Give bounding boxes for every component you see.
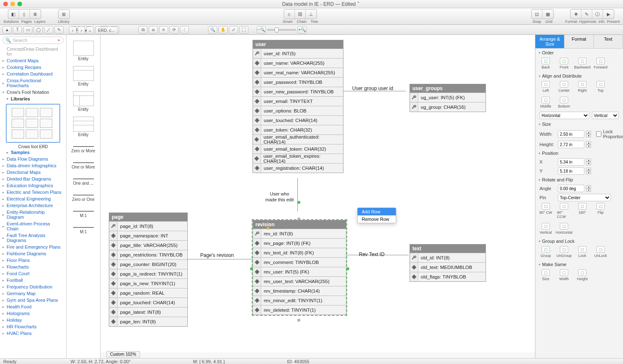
zoom-tool[interactable]: 🔍 (208, 26, 217, 34)
table-row[interactable]: rev_text_id: INT(8) (FK) (253, 248, 346, 257)
table-text[interactable]: text old_id: INT(8)old_text: MEDIUMBLOBo… (410, 244, 486, 282)
pan-tool[interactable]: ✋ (218, 26, 228, 34)
tree-item[interactable]: Divided Bar Diagrams (2, 176, 64, 182)
table-row[interactable]: page_is_redirect: TINYINT(1) (109, 269, 187, 278)
pin-select[interactable]: Top-Center (558, 194, 611, 201)
height-stepper[interactable]: ▴▾ (586, 141, 591, 148)
align-button[interactable]: ▢Middle (539, 97, 553, 108)
section-size[interactable]: Size (535, 120, 623, 128)
table-row[interactable]: rev_minor_edit: TINYINT(1) (253, 296, 346, 305)
tree-item[interactable]: Data-driven Infographics (2, 162, 64, 169)
tab-format[interactable]: Format (564, 35, 594, 48)
shape-relation[interactable] (73, 146, 94, 147)
rotate-button[interactable]: ▢90° CCW (557, 203, 571, 219)
nav-fwd-icon[interactable]: › (78, 27, 85, 34)
tree-button[interactable]: ⊥ (306, 10, 316, 19)
format-panel-button[interactable]: ❖ (571, 10, 581, 19)
table-row[interactable]: rev_deleted: TINYINT(1) (253, 305, 346, 315)
angle-input[interactable] (558, 185, 584, 192)
group-button[interactable]: ▢Lock (575, 246, 589, 258)
table-row[interactable]: page_latest: INT(8) (109, 307, 187, 317)
table-row[interactable]: user_options: BLOB (253, 106, 343, 115)
width-stepper[interactable]: ▴▾ (586, 131, 591, 137)
makesame-button[interactable]: ▢Height (575, 269, 589, 281)
tree-item[interactable]: Cooking Recipes (2, 64, 64, 71)
library-thumbs[interactable] (7, 106, 59, 140)
order-button[interactable]: ▢Backward (575, 58, 589, 69)
table-row[interactable]: ug_user: INT(5) (FK) (410, 93, 486, 102)
rotate-button[interactable]: ▢90° CW (539, 203, 553, 219)
pen-tool[interactable]: ✎ (54, 26, 64, 34)
section-position[interactable]: Position (535, 149, 623, 157)
table-revision[interactable]: revision rev_id: INT(8)rev_page: INT(8) … (253, 220, 346, 315)
table-row[interactable]: page_counter: BIGINT(20) (109, 259, 187, 269)
shape-relation[interactable] (73, 211, 94, 212)
tree-item[interactable]: Holiday (2, 317, 64, 323)
align-button[interactable]: ▢Right (575, 81, 589, 93)
tree-item[interactable]: HR Flowcharts (2, 323, 64, 330)
shape-relation[interactable] (73, 195, 94, 195)
actual-tool[interactable]: ⛶ (239, 26, 248, 34)
shape-library-panel[interactable]: EntityEntityEntityEntityZero or MoreOne … (66, 35, 101, 358)
table-row[interactable]: user_password: TINYBLOB (253, 77, 343, 87)
table-row[interactable]: rev_user: INT(5) (FK) (253, 267, 346, 276)
present-button[interactable]: ▶ (603, 10, 614, 19)
align-button[interactable]: ▢Top (594, 81, 608, 93)
selection-handle[interactable] (297, 217, 300, 220)
group-button[interactable]: ▢UnLock (594, 246, 608, 258)
tree-item[interactable]: Cross-Functional Flowcharts (2, 77, 64, 89)
table-row[interactable]: user_token: CHAR(32) (253, 125, 343, 134)
table-row[interactable]: page_restrictions: TINYBLOB (109, 250, 187, 259)
home-icon[interactable]: ⌂ (86, 27, 94, 34)
angle-stepper[interactable]: ▴▾ (586, 185, 591, 192)
table-row[interactable]: user_registration: CHAR(14) (253, 163, 343, 173)
context-menu[interactable]: Add Row Remove Row (357, 208, 396, 223)
rotate-button[interactable]: ▢Flip (594, 203, 608, 219)
tree-item[interactable]: Electrical Engineering (2, 195, 64, 202)
tree-item[interactable]: Correlation Dashboard (2, 71, 64, 77)
height-input[interactable] (558, 141, 584, 148)
pointer-tool[interactable]: ▲ (2, 26, 12, 34)
table-row[interactable]: rev_comment: TINYBLOB (253, 257, 346, 267)
tree-item[interactable]: Food Court (2, 270, 64, 277)
rotate-button[interactable]: ▢Horizontal (557, 223, 571, 235)
tree-item[interactable]: Directional Maps (2, 169, 64, 176)
table-row[interactable]: page_random: REAL (109, 288, 187, 298)
tree-samples[interactable]: Samples (2, 149, 64, 156)
nav-back-icon[interactable]: ‹ (69, 27, 76, 34)
table-row[interactable]: rev_id: INT(8) (253, 229, 346, 238)
lock-proportions[interactable]: Lock Proportions (596, 129, 612, 139)
table-row[interactable]: user_real_name: VARCHAR(255) (253, 68, 343, 77)
makesame-button[interactable]: ▢Size (539, 269, 553, 281)
x-stepper[interactable]: ▴▾ (586, 159, 591, 165)
table-row[interactable]: page_is_new: TINYINT(1) (109, 278, 187, 288)
table-row[interactable]: user_new_password: TINYBLOB (253, 87, 343, 96)
order-button[interactable]: ▢Back (539, 58, 553, 69)
section-rotate[interactable]: Rotate and Flip (535, 176, 623, 184)
grid-button[interactable]: ▦ (542, 10, 553, 19)
menu-remove-row[interactable]: Remove Row (358, 215, 396, 223)
tree-item[interactable]: Data Flow Diagrams (2, 156, 64, 162)
tree-item[interactable]: Football (2, 277, 64, 283)
tree-item-truncated[interactable]: ConceptDraw Dashboard for (2, 46, 64, 57)
table-row[interactable]: user_id: INT(5) (253, 49, 343, 58)
zoom-slider[interactable] (267, 29, 296, 31)
tree-item[interactable]: Frequency Distribution (2, 283, 64, 290)
tree-item[interactable]: Histograms (2, 310, 64, 317)
align-tool[interactable]: ≡ (159, 26, 168, 34)
selection-handle[interactable] (346, 267, 349, 270)
group-button[interactable]: ▢UnGroup (557, 246, 571, 258)
hypernote-button[interactable]: ✎ (581, 10, 592, 19)
section-same[interactable]: Make Same (535, 260, 623, 269)
shape-entity[interactable] (73, 66, 94, 81)
shape-entity[interactable] (73, 117, 94, 132)
table-page[interactable]: page page_id: INT(8)page_namespace: INTp… (109, 213, 188, 327)
table-row[interactable]: rev_user_text: VARCHAR(255) (253, 276, 346, 286)
zoom-window-icon[interactable] (17, 2, 22, 6)
tree-item[interactable]: Continent Maps (2, 57, 64, 64)
tab-text[interactable]: Text (594, 35, 623, 48)
table-row[interactable]: page_id: INT(8) (109, 221, 187, 231)
shape-relation[interactable] (73, 227, 94, 228)
group-button[interactable]: ▢Group (539, 246, 553, 258)
align-button[interactable]: ▢Left (539, 81, 553, 93)
